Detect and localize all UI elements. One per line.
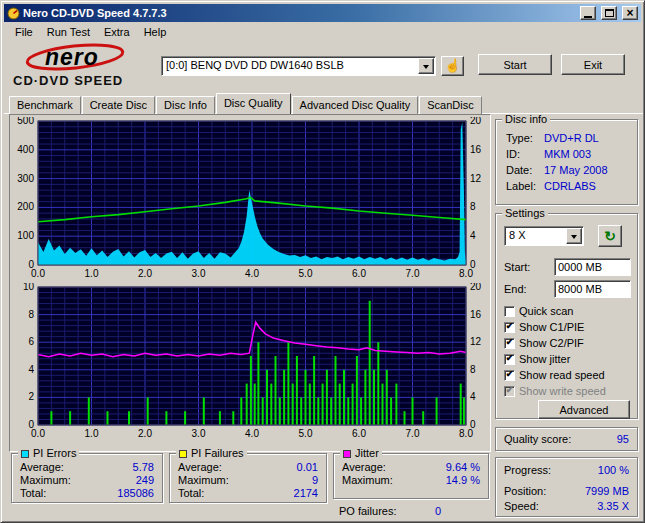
row-label: ID:	[506, 148, 520, 160]
titlebar: Nero CD-DVD Speed 4.7.7.3 ×	[4, 4, 641, 22]
close-button[interactable]: ×	[622, 6, 638, 20]
refresh-icon: ↻	[604, 229, 616, 243]
disc-info-row-label: Label: CDRLABS	[506, 180, 631, 194]
checkbox-show-jitter[interactable]: ✔ Show jitter	[504, 352, 570, 366]
menu-file[interactable]: File	[8, 24, 40, 40]
checkbox-show-c1-pie[interactable]: ✔ Show C1/PIE	[504, 320, 584, 334]
tab-strip: Benchmark Create Disc Disc Info Disc Qua…	[9, 93, 483, 114]
progress-panel: Progress: 100 % Position: 7999 MB Speed:…	[495, 457, 638, 517]
svg-text:200: 200	[17, 201, 34, 212]
svg-text:100: 100	[17, 230, 34, 241]
disc-info-row-type: Type: DVD+R DL	[506, 132, 631, 146]
svg-text:400: 400	[17, 144, 34, 155]
scan-speed-select[interactable]: 8 X	[504, 226, 584, 246]
checkbox-show-c2-pif[interactable]: ✔ Show C2/PIF	[504, 336, 584, 350]
nero-logo: nero CD·DVD SPEED	[11, 43, 161, 91]
row-label: Total:	[20, 487, 46, 499]
checkbox-label: Show write speed	[519, 385, 606, 397]
panel-title-text: Jitter	[355, 447, 379, 459]
row-value: MKM 003	[544, 148, 591, 160]
chevron-down-icon[interactable]	[566, 228, 582, 244]
tab-disc-info[interactable]: Disc Info	[156, 96, 215, 114]
disc-info-panel: Disc info Type: DVD+R DL ID: MKM 003 Dat…	[495, 119, 638, 205]
tab-advanced-disc-quality[interactable]: Advanced Disc Quality	[292, 96, 419, 114]
refresh-button[interactable]: ↻	[598, 225, 622, 247]
checkbox-box: ✔	[504, 322, 515, 333]
svg-text:2.0: 2.0	[138, 428, 152, 439]
row-value: 0.01	[297, 461, 318, 473]
po-failures-row: PO failures: 0	[339, 505, 489, 518]
svg-text:4: 4	[470, 391, 476, 402]
pi-failures-jitter-chart: 02468100481216200.01.02.03.04.05.06.07.0…	[12, 283, 490, 441]
checkbox-show-read-speed[interactable]: ✔ Show read speed	[504, 368, 605, 382]
drive-select-value: [0:0] BENQ DVD DD DW1640 BSLB	[166, 59, 344, 71]
stat-row: Total:185086	[20, 487, 154, 500]
exit-button[interactable]: Exit	[561, 54, 625, 75]
svg-text:4.0: 4.0	[245, 428, 259, 439]
row-label: Type:	[506, 132, 533, 144]
stat-row: Average:0.01	[178, 461, 318, 474]
checkbox-box: ✔	[504, 338, 515, 349]
row-value: 2174	[294, 487, 318, 499]
chevron-down-icon[interactable]	[418, 58, 434, 74]
row-value: 185086	[117, 487, 154, 499]
pi-failures-swatch	[179, 450, 187, 458]
disc-info-row-id: ID: MKM 003	[506, 148, 631, 162]
menu-bar: File Run Test Extra Help	[4, 22, 641, 41]
maximize-button[interactable]	[601, 6, 617, 20]
svg-text:7.0: 7.0	[406, 268, 420, 279]
row-label: Maximum:	[342, 474, 393, 486]
svg-text:2.0: 2.0	[138, 268, 152, 279]
start-position-input[interactable]	[554, 258, 631, 276]
logo-product: CD·DVD SPEED	[13, 73, 123, 88]
tab-disc-quality[interactable]: Disc Quality	[216, 93, 291, 114]
menu-extra[interactable]: Extra	[97, 24, 137, 40]
svg-text:0.0: 0.0	[31, 428, 45, 439]
checkbox-show-write-speed[interactable]: ✔ Show write speed	[504, 384, 606, 398]
row-value: CDRLABS	[544, 180, 596, 192]
tab-scandisc[interactable]: ScanDisc	[419, 96, 481, 114]
jitter-swatch	[343, 450, 351, 458]
menu-help[interactable]: Help	[137, 24, 174, 40]
eject-hand-button[interactable]: ☝	[441, 56, 464, 76]
row-value: 3.35 X	[597, 500, 629, 512]
quality-score-value: 95	[617, 433, 629, 445]
svg-text:1.0: 1.0	[85, 268, 99, 279]
tab-create-disc[interactable]: Create Disc	[82, 96, 155, 114]
svg-text:12: 12	[470, 173, 482, 184]
minimize-button[interactable]	[580, 6, 596, 20]
end-position-input[interactable]	[554, 280, 631, 298]
jitter-panel: Jitter Average:9.64 % Maximum:14.9 %	[333, 453, 489, 499]
svg-text:20: 20	[470, 117, 482, 126]
checkbox-label: Show jitter	[519, 353, 570, 365]
row-label: Position:	[504, 485, 546, 497]
check-icon: ✔	[506, 386, 514, 395]
panel-title-text: PI Errors	[33, 447, 76, 459]
row-value: 7999 MB	[585, 485, 629, 497]
row-label: Label:	[506, 180, 536, 192]
tab-benchmark[interactable]: Benchmark	[9, 96, 81, 114]
checkbox-box: ✔	[504, 370, 515, 381]
row-label: Total:	[178, 487, 204, 499]
svg-text:5.0: 5.0	[299, 268, 313, 279]
drive-select[interactable]: [0:0] BENQ DVD DD DW1640 BSLB	[161, 56, 436, 76]
stat-row: Maximum:14.9 %	[342, 474, 480, 487]
row-value: DVD+R DL	[544, 132, 599, 144]
svg-text:10: 10	[23, 283, 35, 292]
jitter-panel-title: Jitter	[340, 447, 382, 459]
checkbox-quick-scan[interactable]: ✔ Quick scan	[504, 304, 573, 318]
menu-run-test[interactable]: Run Test	[40, 24, 97, 40]
hand-icon: ☝	[444, 59, 460, 73]
start-button[interactable]: Start	[478, 54, 552, 75]
svg-text:4.0: 4.0	[245, 268, 259, 279]
svg-text:6.0: 6.0	[352, 428, 366, 439]
start-label: Start:	[504, 261, 530, 273]
pi-errors-panel: PI Errors Average:5.78 Maximum:249 Total…	[11, 453, 163, 503]
checkbox-label: Show C2/PIF	[519, 337, 584, 349]
row-value: 5.78	[133, 461, 154, 473]
window-title: Nero CD-DVD Speed 4.7.7.3	[23, 7, 167, 19]
advanced-button[interactable]: Advanced	[538, 400, 630, 419]
logo-name: nero	[45, 44, 99, 71]
row-label: Date:	[506, 164, 532, 176]
check-icon: ✔	[506, 370, 514, 379]
